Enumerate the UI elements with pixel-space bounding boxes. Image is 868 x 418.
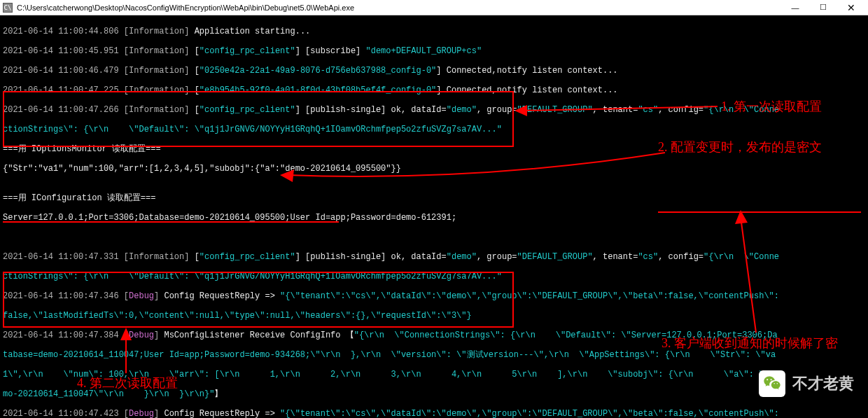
window-title-text: C:\Users\catcherwong\Desktop\NacosConfig…	[17, 4, 781, 12]
options-monitor-json-1: {"Str":"va1","num":100,"arr":[1,2,3,4,5]…	[3, 164, 401, 174]
watermark-text: 不才老黄	[792, 373, 854, 394]
watermark: 不才老黄	[759, 370, 854, 397]
iconfiguration-header-1: ===用 IConfiguration 读取配置===	[3, 193, 155, 203]
console-output: 2021-06-14 11:00:44.806 [Information] Ap…	[0, 15, 868, 418]
log-msg: Application starting...	[195, 27, 311, 36]
config-listener-msg: MsConfigListener Receive ConfigInfo 【	[164, 330, 354, 340]
app-icon: C\	[3, 3, 13, 13]
log-level: [Information]	[124, 27, 195, 36]
close-button[interactable]: ✕	[837, 0, 865, 15]
options-monitor-header-1: ===用 IOptionsMonitor 读取配置===	[3, 144, 161, 154]
wechat-icon	[759, 370, 785, 397]
connection-string-1: Server=127.0.0.1;Port=3306;Database=demo…	[3, 213, 456, 223]
minimize-button[interactable]: —	[781, 0, 809, 15]
log-ts: 2021-06-14 11:00:44.806	[3, 27, 124, 36]
window-controls: — ☐ ✕	[781, 0, 865, 15]
window-titlebar: C\ C:\Users\catcherwong\Desktop\NacosCon…	[0, 0, 868, 15]
maximize-button[interactable]: ☐	[809, 0, 837, 15]
